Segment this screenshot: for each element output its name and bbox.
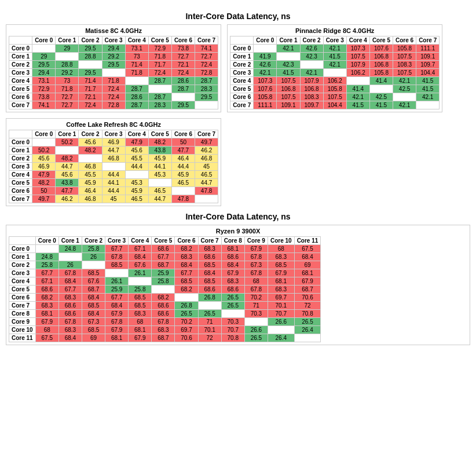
- data-cell: 68: [244, 277, 268, 286]
- col-header: Core 3: [105, 237, 129, 245]
- matisse-title: Matisse 8C 4.0GHz: [9, 27, 218, 34]
- data-cell: 68.5: [105, 261, 129, 269]
- row-header: Core 0: [230, 45, 254, 53]
- col-header: Core 1: [56, 130, 79, 138]
- table-row: Core 65047.746.444.445.946.547.8: [9, 187, 218, 195]
- data-cell: 68.3: [35, 302, 58, 310]
- data-cell: 72.1: [171, 61, 195, 69]
- col-header: Core 5: [148, 36, 171, 45]
- data-cell: 71.8: [56, 85, 79, 93]
- data-cell: 70.7: [268, 310, 294, 318]
- col-header: Core 0: [35, 237, 58, 245]
- data-cell: 68.3: [129, 310, 152, 318]
- data-cell: 106.8: [277, 85, 300, 93]
- data-cell: 26.8: [175, 302, 198, 310]
- top-tables-row: Matisse 8C 4.0GHz Core 0Core 1Core 2Core…: [6, 24, 470, 112]
- data-cell: 68.6: [221, 286, 244, 294]
- data-cell: 68.6: [198, 286, 221, 294]
- data-cell: 72.9: [32, 85, 56, 93]
- table-row: Core 229.528.829.571.471.772.172.4: [9, 61, 218, 69]
- data-cell: 42.3: [300, 53, 323, 61]
- data-cell: 68.5: [268, 261, 294, 269]
- data-cell: 41.5: [277, 69, 300, 77]
- data-cell: [82, 261, 105, 269]
- data-cell: 68.5: [198, 277, 221, 286]
- data-cell: [175, 294, 198, 302]
- data-cell: 73.1: [125, 45, 148, 53]
- table-row: Core 548.243.845.944.145.346.544.7: [9, 179, 218, 187]
- data-cell: 73: [125, 53, 148, 61]
- data-cell: 109.1: [277, 101, 300, 109]
- col-header: Core 1: [56, 36, 79, 45]
- row-header: Core 2: [9, 61, 32, 69]
- row-header: Core 0: [9, 138, 32, 147]
- data-cell: 68.3: [175, 253, 198, 261]
- data-cell: 72.4: [195, 61, 218, 69]
- data-cell: 41.4: [369, 77, 393, 85]
- table-row: Core 02929.529.473.172.973.874.1: [9, 45, 218, 53]
- data-cell: 29.5: [79, 45, 102, 53]
- data-cell: 74.1: [32, 101, 56, 109]
- coffeelake-title: Coffee Lake Refresh 8C 4.0GHz: [9, 121, 218, 128]
- data-cell: [195, 101, 218, 109]
- data-cell: 50.2: [56, 138, 79, 147]
- data-cell: 42.5: [393, 85, 416, 93]
- table-row: Core 447.945.645.544.445.345.946.5: [9, 171, 218, 179]
- col-header: Core 4: [129, 237, 152, 245]
- data-cell: 68.7: [152, 334, 175, 342]
- data-cell: 24.8: [58, 245, 82, 253]
- data-cell: 29: [56, 45, 79, 53]
- data-cell: 72.7: [195, 53, 218, 61]
- data-cell: 67.9: [105, 326, 129, 334]
- data-cell: 68.4: [58, 277, 82, 286]
- data-cell: [32, 45, 56, 53]
- data-cell: 73.8: [171, 45, 195, 53]
- data-cell: [221, 310, 244, 318]
- data-cell: 46.8: [102, 155, 125, 163]
- data-cell: 69: [294, 261, 321, 269]
- col-header: Core 7: [416, 36, 440, 45]
- data-cell: 67.8: [244, 269, 268, 277]
- data-cell: 72.4: [102, 85, 125, 93]
- col-header: Core 6: [175, 237, 198, 245]
- data-cell: 67.9: [129, 334, 152, 342]
- data-cell: 47.9: [32, 171, 56, 179]
- data-cell: 42.1: [393, 101, 416, 109]
- row-header: Core 5: [230, 85, 254, 93]
- data-cell: 73.8: [32, 93, 56, 101]
- data-cell: 68.3: [198, 245, 221, 253]
- data-cell: 67.8: [105, 318, 129, 326]
- data-cell: 67.9: [244, 245, 268, 253]
- table-row: Core 124.82667.868.467.768.368.668.667.8…: [9, 253, 321, 261]
- data-cell: 42.1: [323, 61, 346, 69]
- col-header: Core 7: [198, 237, 221, 245]
- row-header: Core 6: [9, 187, 32, 195]
- data-cell: 72.7: [56, 101, 79, 109]
- col-header: Core 5: [148, 130, 171, 138]
- col-header: Core 2: [82, 237, 105, 245]
- pinnacle-title: Pinnacle Ridge 8C 4.0GHz: [230, 27, 440, 34]
- data-cell: 42.6: [254, 61, 277, 69]
- data-cell: [129, 277, 152, 286]
- data-cell: [102, 163, 125, 171]
- data-cell: 73.1: [32, 77, 56, 85]
- row-header: Core 5: [9, 179, 32, 187]
- col-header: Core 4: [125, 36, 148, 45]
- data-cell: 68.2: [175, 286, 198, 294]
- data-cell: 48.2: [79, 147, 102, 155]
- data-cell: [300, 61, 323, 69]
- data-cell: 68.1: [129, 326, 152, 334]
- data-cell: 107.9: [300, 77, 323, 85]
- data-cell: [79, 61, 102, 69]
- col-header: Core 0: [32, 36, 56, 45]
- table-row: Core 367.767.868.526.125.967.768.467.967…: [9, 269, 321, 277]
- data-cell: 42.1: [300, 69, 323, 77]
- data-cell: 67.7: [35, 269, 58, 277]
- data-cell: 68.7: [152, 261, 175, 269]
- data-cell: 68.4: [221, 261, 244, 269]
- data-cell: 70.3: [221, 318, 244, 326]
- table-row: Core 245.648.246.845.545.946.446.8: [9, 155, 218, 163]
- ryzen-container: Ryzen 9 3900X Core 0Core 1Core 2Core 3Co…: [6, 225, 470, 345]
- row-header: Core 4: [9, 171, 32, 179]
- pinnacle-container: Pinnacle Ridge 8C 4.0GHz Core 0Core 1Cor…: [227, 24, 442, 112]
